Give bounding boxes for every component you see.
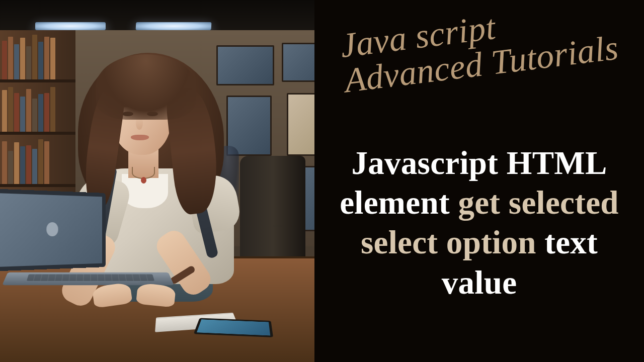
wall-frame [282, 43, 314, 82]
series-title: Java script Advanced Tutorials [338, 0, 629, 99]
pendant [141, 177, 146, 184]
title-panel: Java script Advanced Tutorials Javascrip… [314, 0, 644, 362]
wall-frame [216, 45, 274, 85]
ceiling-light [136, 22, 212, 30]
wall-frame [287, 93, 314, 156]
video-title: Javascript HTML element get selected sel… [332, 143, 627, 303]
apple-logo-icon [46, 222, 58, 236]
ceiling-light [35, 22, 106, 30]
hair [96, 54, 196, 120]
laptop-keyboard [27, 274, 154, 281]
thumbnail-illustration [0, 0, 314, 362]
